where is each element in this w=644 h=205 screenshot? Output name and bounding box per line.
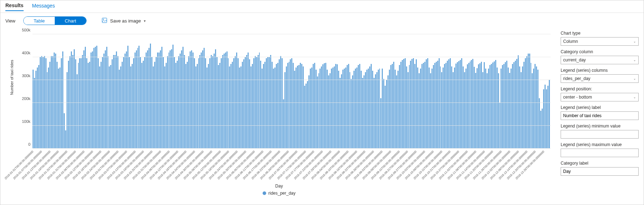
category-column-select[interactable]: current_day ⌄ [561, 56, 639, 64]
bar [447, 61, 448, 149]
bar [198, 58, 199, 149]
bar [392, 64, 393, 149]
bar [91, 52, 92, 149]
legend-label-input[interactable] [561, 111, 639, 120]
bar [310, 69, 311, 149]
bar [491, 64, 492, 149]
bar [484, 62, 485, 149]
bar [383, 79, 384, 149]
legend-position-label: Legend position: [561, 86, 639, 91]
chart-type-select[interactable]: Column ⌄ [561, 37, 639, 46]
bar [293, 63, 294, 149]
bar [160, 50, 161, 149]
bar [327, 70, 328, 149]
bar [472, 59, 473, 149]
bar [528, 54, 529, 149]
chevron-down-icon: ⌄ [633, 95, 636, 99]
bar [304, 86, 305, 149]
bar [110, 65, 111, 149]
bar [273, 69, 274, 149]
view-mode-toggle: Table Chart [23, 16, 87, 25]
legend-position-value: center - bottom [563, 95, 592, 100]
bar [284, 72, 286, 149]
bar [509, 73, 510, 149]
bar [475, 73, 476, 149]
category-column-value: current_day [563, 58, 586, 62]
toolbar: View Table Chart Save as image ▾ [0, 13, 644, 27]
bar [316, 70, 317, 149]
bar [414, 64, 415, 149]
bar [342, 70, 343, 149]
bar [300, 63, 301, 149]
bar [522, 66, 523, 149]
bar [252, 64, 253, 149]
bar [72, 55, 73, 149]
bar [334, 66, 335, 149]
bar [49, 62, 50, 149]
legend-columns-select[interactable]: rides_per_day ⌄ [561, 74, 639, 83]
bar [485, 69, 486, 149]
bar [34, 78, 35, 149]
bar [470, 61, 471, 149]
bar [463, 66, 464, 149]
bar [112, 59, 113, 149]
bar [458, 61, 459, 149]
bar [478, 64, 479, 149]
bar [403, 59, 404, 149]
bar [427, 58, 428, 149]
bar [536, 66, 537, 149]
bar [137, 48, 138, 149]
bar [387, 75, 389, 149]
bar [335, 64, 336, 149]
bar [269, 57, 270, 149]
bar [420, 69, 421, 149]
bar [547, 86, 548, 149]
bar [464, 72, 465, 149]
view-mode-table[interactable]: Table [24, 17, 55, 25]
bar [150, 44, 151, 149]
bar [89, 62, 90, 149]
bar [430, 73, 431, 149]
bar [132, 64, 133, 149]
bar [262, 69, 263, 149]
bar [67, 72, 68, 149]
bar [378, 70, 379, 149]
chevron-down-icon: ▾ [144, 19, 146, 23]
bar [405, 58, 406, 149]
bar [479, 63, 480, 149]
bar [62, 51, 63, 149]
bar [184, 55, 185, 149]
bar [369, 66, 370, 149]
bar [113, 55, 114, 149]
legend-columns-label: Legend (series) columns [561, 68, 639, 73]
bar [151, 57, 152, 149]
bar [308, 75, 309, 149]
bar [35, 71, 36, 149]
bar [515, 61, 516, 149]
bar [385, 86, 386, 149]
legend-position-select[interactable]: center - bottom ⌄ [561, 93, 639, 101]
bar [277, 63, 278, 149]
bar [366, 70, 367, 149]
bar [109, 66, 110, 149]
bar [321, 66, 322, 149]
bar [85, 47, 86, 149]
bar [545, 85, 546, 149]
bar [313, 64, 314, 149]
tab-results[interactable]: Results [5, 2, 24, 11]
view-mode-chart[interactable]: Chart [55, 17, 86, 25]
tab-messages[interactable]: Messages [32, 3, 55, 11]
save-as-image-button[interactable]: Save as image ▾ [102, 18, 146, 24]
bar [540, 111, 541, 149]
legend-min-input[interactable] [561, 130, 639, 139]
bar [201, 52, 202, 149]
legend-max-input[interactable] [561, 149, 639, 157]
bar [297, 66, 298, 149]
bar [416, 59, 417, 149]
bar [499, 103, 501, 149]
bar [169, 52, 170, 149]
category-label-input[interactable] [561, 167, 639, 176]
x-axis-title: Day [0, 184, 558, 189]
bar [267, 57, 268, 149]
bar [279, 59, 280, 149]
